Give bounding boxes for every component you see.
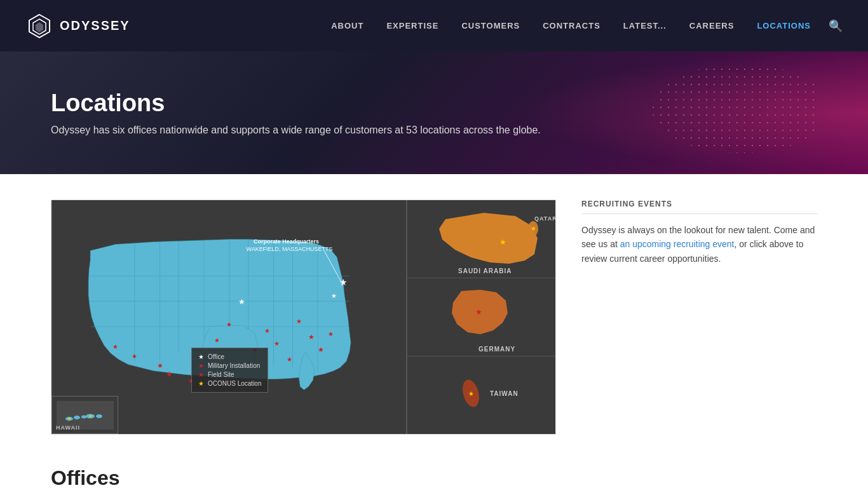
svg-text:★: ★ bbox=[287, 356, 292, 363]
nav-item-contracts[interactable]: CONTRACTS bbox=[531, 0, 612, 51]
svg-text:★: ★ bbox=[308, 333, 315, 341]
locations-map: ★ ★ ★ ★ ★ ★ ★ ★ ★ ★ ★ ★ ★ ★ bbox=[51, 200, 556, 435]
office-star-icon: ★ bbox=[198, 353, 204, 360]
saudi-panel: QATAR SAUDI ARABIA ★ ★ bbox=[406, 200, 555, 278]
svg-text:★: ★ bbox=[157, 362, 163, 369]
nav-item-latest[interactable]: LATEST... bbox=[612, 0, 678, 51]
svg-point-52 bbox=[74, 416, 80, 419]
nav-item-customers[interactable]: CUSTOMERS bbox=[450, 0, 531, 51]
svg-text:★: ★ bbox=[132, 353, 137, 360]
navbar: ODYSSEY ABOUT EXPERTISE CUSTOMERS CONTRA… bbox=[0, 0, 868, 51]
svg-marker-2 bbox=[36, 22, 43, 32]
svg-text:★: ★ bbox=[214, 337, 220, 344]
nav-links: ABOUT EXPERTISE CUSTOMERS CONTRACTS LATE… bbox=[320, 0, 822, 51]
page-subtitle: Odyssey has six offices nationwide and s… bbox=[51, 125, 817, 136]
svg-text:★: ★ bbox=[475, 308, 482, 316]
svg-text:★: ★ bbox=[339, 277, 348, 287]
svg-text:★: ★ bbox=[499, 238, 506, 247]
svg-text:★: ★ bbox=[238, 297, 245, 306]
svg-text:★: ★ bbox=[264, 327, 270, 334]
nav-item-careers[interactable]: CAREERS bbox=[678, 0, 746, 51]
svg-text:★: ★ bbox=[468, 390, 474, 397]
svg-text:QATAR: QATAR bbox=[534, 215, 555, 222]
locations-layout: ★ ★ ★ ★ ★ ★ ★ ★ ★ ★ ★ ★ ★ ★ bbox=[51, 200, 817, 435]
recruiting-events-text: Odyssey is always on the lookout for new… bbox=[581, 223, 817, 266]
svg-text:★: ★ bbox=[274, 340, 280, 347]
field-star-icon: ★ bbox=[198, 371, 204, 378]
taiwan-panel: TAIWAN ★ bbox=[406, 356, 555, 434]
svg-text:★: ★ bbox=[67, 416, 71, 421]
legend-office: ★ Office bbox=[198, 353, 261, 360]
hawaii-label: HAWAII bbox=[56, 424, 80, 431]
svg-text:★: ★ bbox=[531, 225, 536, 232]
map-legend: ★ Office ★ Military Installation ★ Field… bbox=[191, 348, 268, 393]
svg-text:★: ★ bbox=[328, 330, 334, 337]
legend-oconus: ★ OCONUS Location bbox=[198, 380, 261, 387]
svg-text:★: ★ bbox=[112, 343, 118, 350]
svg-text:★: ★ bbox=[166, 370, 173, 379]
main-content: ★ ★ ★ ★ ★ ★ ★ ★ ★ ★ ★ ★ ★ ★ bbox=[0, 174, 868, 488]
svg-text:★: ★ bbox=[331, 292, 337, 299]
svg-point-53 bbox=[81, 415, 86, 418]
search-icon[interactable]: 🔍 bbox=[829, 19, 843, 33]
nav-item-expertise[interactable]: EXPERTISE bbox=[375, 0, 450, 51]
military-star-icon: ★ bbox=[198, 362, 204, 369]
svg-text:★: ★ bbox=[226, 321, 232, 328]
offices-title: Offices bbox=[51, 466, 817, 488]
svg-text:★: ★ bbox=[88, 414, 92, 418]
svg-text:GERMANY: GERMANY bbox=[478, 346, 515, 353]
nav-item-locations[interactable]: LOCATIONS bbox=[745, 0, 822, 51]
svg-text:TAIWAN: TAIWAN bbox=[490, 390, 519, 397]
svg-text:★: ★ bbox=[318, 346, 324, 353]
svg-text:Corporate Headquarters: Corporate Headquarters bbox=[254, 238, 319, 245]
legend-military: ★ Military Installation bbox=[198, 362, 261, 369]
nav-item-about[interactable]: ABOUT bbox=[320, 0, 375, 51]
hero-banner: Locations Odyssey has six offices nation… bbox=[0, 51, 868, 174]
svg-point-55 bbox=[96, 414, 102, 418]
recruiting-events-title: RECRUITING EVENTS bbox=[581, 200, 817, 214]
svg-rect-46 bbox=[407, 356, 555, 434]
sidebar: RECRUITING EVENTS Odyssey is always on t… bbox=[581, 200, 817, 266]
recruiting-event-link[interactable]: an upcoming recruiting event bbox=[620, 239, 735, 249]
page-title: Locations bbox=[51, 90, 817, 117]
hawaii-inset: ★ ★ HAWAII bbox=[51, 396, 118, 434]
svg-text:SAUDI ARABIA: SAUDI ARABIA bbox=[458, 268, 512, 274]
offices-section: Offices Corporate Headquarters Lincoln, … bbox=[51, 466, 817, 488]
oconus-star-icon: ★ bbox=[198, 380, 204, 387]
svg-text:★: ★ bbox=[296, 318, 302, 325]
intl-map-panels: QATAR SAUDI ARABIA ★ ★ GERMANY bbox=[406, 200, 555, 434]
legend-field: ★ Field Site bbox=[198, 371, 261, 378]
germany-panel: GERMANY ★ bbox=[406, 278, 555, 356]
logo-text: ODYSSEY bbox=[60, 18, 130, 33]
svg-text:WAKEFIELD, MASSACHUSETTS: WAKEFIELD, MASSACHUSETTS bbox=[247, 246, 333, 252]
logo[interactable]: ODYSSEY bbox=[25, 12, 130, 40]
logo-icon bbox=[25, 12, 53, 40]
